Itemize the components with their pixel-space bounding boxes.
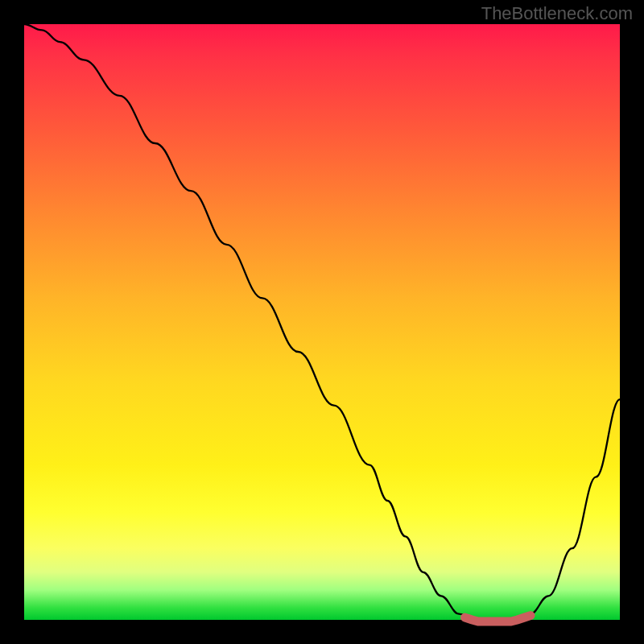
bottleneck-curve-line [24,24,620,620]
chart-plot-area [24,24,620,620]
watermark-text: TheBottleneck.com [481,3,633,24]
optimal-range-highlight [465,616,530,621]
bottleneck-curve-svg [24,24,620,620]
